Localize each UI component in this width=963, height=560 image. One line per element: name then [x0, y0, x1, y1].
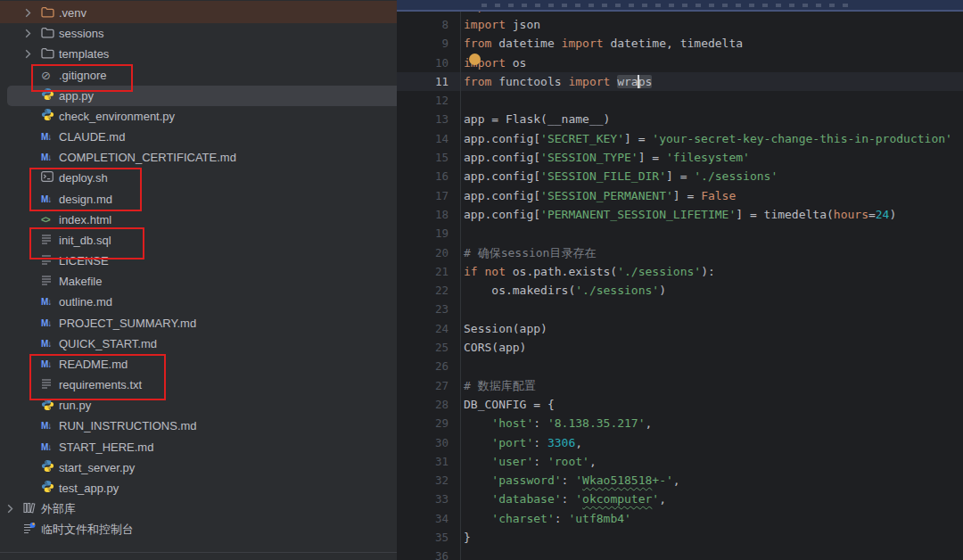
code-line-23[interactable]: 23	[397, 300, 963, 318]
code-text[interactable]: 'database': 'okcomputer',	[461, 490, 963, 508]
code-line-21[interactable]: 21if not os.path.exists('./sessions'):	[397, 262, 963, 281]
code-text[interactable]: 'port': 3306,	[461, 433, 963, 452]
editor-pane[interactable]: 7import8import json9from datetime import…	[397, 0, 963, 560]
line-number[interactable]: 10	[397, 54, 461, 72]
code-text[interactable]: app.config['SESSION_FILE_DIR'] = './sess…	[461, 167, 963, 185]
code-line-17[interactable]: 17app.config['SESSION_PERMANENT'] = Fals…	[397, 186, 963, 205]
line-number[interactable]: 20	[397, 243, 461, 262]
tree-item-check_environment.py[interactable]: check_environment.py	[0, 106, 422, 127]
code-text[interactable]: Session(app)	[461, 319, 963, 338]
line-number[interactable]: 29	[397, 414, 461, 432]
code-text[interactable]: app.config['SECRET_KEY'] = 'your-secret-…	[461, 129, 963, 148]
code-line-32[interactable]: 32 'password': 'Wkao518518+-',	[397, 471, 963, 490]
code-line-31[interactable]: 31 'user': 'root',	[397, 452, 963, 471]
code-line-22[interactable]: 22 os.makedirs('./sessions')	[397, 281, 963, 300]
code-line-14[interactable]: 14app.config['SECRET_KEY'] = 'your-secre…	[397, 129, 963, 148]
chevron-right-icon[interactable]	[25, 23, 41, 44]
line-number[interactable]: 9	[397, 34, 461, 53]
code-line-15[interactable]: 15app.config['SESSION_TYPE'] = 'filesyst…	[397, 148, 963, 167]
tree-item-deploy.sh[interactable]: deploy.sh	[0, 168, 422, 188]
tree-item-test_app.py[interactable]: test_app.py	[0, 478, 422, 498]
tree-item-completion_certificate.md[interactable]: M↓COMPLETION_CERTIFICATE.md	[0, 147, 422, 168]
line-number[interactable]: 24	[397, 319, 461, 338]
code-line-26[interactable]: 26	[397, 357, 963, 375]
tree-item-run_instructions.md[interactable]: M↓RUN_INSTRUCTIONS.md	[0, 416, 422, 436]
tree-item-license[interactable]: LICENSE	[0, 251, 422, 271]
code-text[interactable]: }	[461, 528, 963, 547]
code-line-28[interactable]: 28DB_CONFIG = {	[397, 395, 963, 414]
code-text[interactable]: import os	[461, 54, 963, 72]
tree-item-start_here.md[interactable]: M↓START_HERE.md	[0, 437, 422, 457]
code-text[interactable]: app.config['SESSION_PERMANENT'] = False	[461, 186, 963, 205]
line-number[interactable]: 17	[397, 186, 461, 205]
code-line-36[interactable]: 36	[397, 547, 963, 560]
code-text[interactable]	[461, 357, 963, 375]
tree-item--[interactable]: 外部库	[0, 498, 404, 519]
line-number[interactable]: 11	[397, 72, 461, 91]
line-number[interactable]: 21	[397, 262, 461, 281]
code-line-11[interactable]: 11from functools import wraps	[397, 72, 963, 91]
code-text[interactable]: os.makedirs('./sessions')	[461, 281, 963, 300]
line-number[interactable]: 34	[397, 509, 461, 528]
code-line-12[interactable]: 12	[397, 91, 963, 110]
code-line-24[interactable]: 24Session(app)	[397, 319, 963, 338]
line-number[interactable]: 14	[397, 129, 461, 148]
code-line-10[interactable]: 10import os	[397, 54, 963, 72]
line-number[interactable]: 31	[397, 452, 461, 471]
code-line-18[interactable]: 18app.config['PERMANENT_SESSION_LIFETIME…	[397, 205, 963, 224]
tree-item-readme.md[interactable]: M↓README.md	[0, 354, 422, 375]
tree-item-app.py[interactable]: app.py	[0, 86, 422, 106]
tree-item-run.py[interactable]: run.py	[0, 395, 422, 416]
code-text[interactable]: if not os.path.exists('./sessions'):	[461, 262, 963, 281]
line-number[interactable]: 8	[397, 15, 461, 34]
line-number[interactable]: 28	[397, 395, 461, 414]
code-line-16[interactable]: 16app.config['SESSION_FILE_DIR'] = './se…	[397, 167, 963, 185]
tree-item-sessions[interactable]: sessions	[0, 23, 422, 44]
line-number[interactable]: 22	[397, 281, 461, 300]
tree-item-.gitignore[interactable]: ⊘.gitignore	[0, 65, 422, 86]
code-text[interactable]	[461, 91, 963, 110]
code-line-19[interactable]: 19	[397, 224, 963, 243]
line-number[interactable]: 36	[397, 547, 461, 560]
code-text[interactable]: # 数据库配置	[461, 376, 963, 395]
tree-item-start_server.py[interactable]: start_server.py	[0, 457, 422, 478]
line-number[interactable]: 33	[397, 490, 461, 508]
line-number[interactable]: 19	[397, 224, 461, 243]
chevron-right-icon[interactable]	[7, 498, 23, 519]
code-line-33[interactable]: 33 'database': 'okcomputer',	[397, 490, 963, 508]
line-number[interactable]: 12	[397, 91, 461, 110]
code-text[interactable]: 'host': '8.138.35.217',	[461, 414, 963, 432]
tree-item-claude.md[interactable]: M↓CLAUDE.md	[0, 127, 422, 147]
tree-item-templates[interactable]: templates	[0, 44, 422, 64]
line-number[interactable]: 15	[397, 148, 461, 167]
tree-item-.venv[interactable]: .venv	[0, 3, 422, 23]
code-text[interactable]: CORS(app)	[461, 338, 963, 357]
code-text[interactable]: 'user': 'root',	[461, 452, 963, 471]
tree-item-outline.md[interactable]: M↓outline.md	[0, 292, 422, 312]
tree-item-requirements.txt[interactable]: requirements.txt	[0, 375, 422, 395]
line-number[interactable]: 18	[397, 205, 461, 224]
code-text[interactable]: from functools import wraps	[461, 72, 963, 91]
line-number[interactable]: 13	[397, 110, 461, 128]
code-text[interactable]	[461, 547, 963, 560]
code-line-13[interactable]: 13app = Flask(__name__)	[397, 110, 963, 128]
code-text[interactable]: app.config['SESSION_TYPE'] = 'filesystem…	[461, 148, 963, 167]
code-text[interactable]: app = Flask(__name__)	[461, 110, 963, 128]
code-text[interactable]: 'charset': 'utf8mb4'	[461, 509, 963, 528]
line-number[interactable]: 32	[397, 471, 461, 490]
tree-item-index.html[interactable]: <>index.html	[0, 210, 422, 230]
code-text[interactable]: DB_CONFIG = {	[461, 395, 963, 414]
code-text[interactable]: # 确保session目录存在	[461, 243, 963, 262]
chevron-right-icon[interactable]	[25, 3, 41, 23]
code-line-34[interactable]: 34 'charset': 'utf8mb4'	[397, 509, 963, 528]
code-text[interactable]	[461, 224, 963, 243]
code-line-30[interactable]: 30 'port': 3306,	[397, 433, 963, 452]
line-number[interactable]: 27	[397, 376, 461, 395]
tree-item-makefile[interactable]: Makefile	[0, 271, 422, 292]
code-text[interactable]: 'password': 'Wkao518518+-',	[461, 471, 963, 490]
code-line-27[interactable]: 27# 数据库配置	[397, 376, 963, 395]
tree-item-project_summary.md[interactable]: M↓PROJECT_SUMMARY.md	[0, 313, 422, 334]
tree-item-design.md[interactable]: M↓design.md	[0, 189, 422, 210]
code-line-8[interactable]: 8import json	[397, 15, 963, 34]
tree-item-quick_start.md[interactable]: M↓QUICK_START.md	[0, 334, 422, 354]
